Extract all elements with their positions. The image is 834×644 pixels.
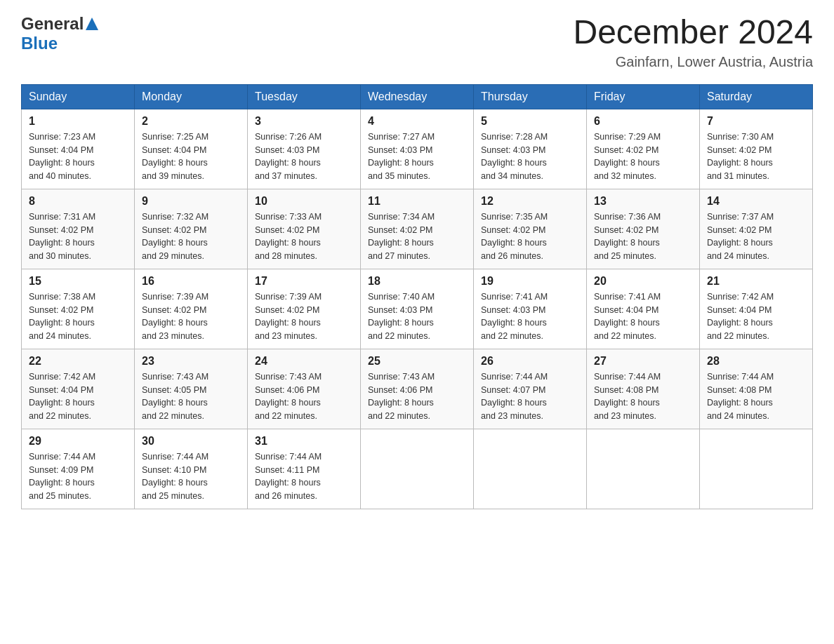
day-info: Sunrise: 7:41 AMSunset: 4:04 PMDaylight:… (594, 290, 692, 343)
day-number: 5 (481, 115, 579, 128)
day-number: 15 (29, 275, 127, 288)
day-number: 30 (142, 435, 240, 448)
table-row (700, 429, 813, 509)
col-monday: Monday (135, 84, 248, 109)
day-info: Sunrise: 7:38 AMSunset: 4:02 PMDaylight:… (29, 290, 127, 343)
day-number: 3 (255, 115, 353, 128)
table-row: 20Sunrise: 7:41 AMSunset: 4:04 PMDayligh… (587, 269, 700, 349)
day-number: 28 (707, 355, 805, 368)
day-number: 29 (29, 435, 127, 448)
day-info: Sunrise: 7:40 AMSunset: 4:03 PMDaylight:… (368, 290, 466, 343)
table-row: 31Sunrise: 7:44 AMSunset: 4:11 PMDayligh… (248, 429, 361, 509)
table-row: 23Sunrise: 7:43 AMSunset: 4:05 PMDayligh… (135, 349, 248, 429)
day-number: 25 (368, 355, 466, 368)
table-row: 5Sunrise: 7:28 AMSunset: 4:03 PMDaylight… (474, 109, 587, 189)
table-row: 30Sunrise: 7:44 AMSunset: 4:10 PMDayligh… (135, 429, 248, 509)
day-number: 13 (594, 195, 692, 208)
table-row: 13Sunrise: 7:36 AMSunset: 4:02 PMDayligh… (587, 189, 700, 269)
logo-triangle-icon (86, 18, 98, 30)
table-row: 26Sunrise: 7:44 AMSunset: 4:07 PMDayligh… (474, 349, 587, 429)
day-number: 7 (707, 115, 805, 128)
table-row: 6Sunrise: 7:29 AMSunset: 4:02 PMDaylight… (587, 109, 700, 189)
table-row: 11Sunrise: 7:34 AMSunset: 4:02 PMDayligh… (361, 189, 474, 269)
logo: General Blue (21, 14, 98, 53)
calendar-week-row: 15Sunrise: 7:38 AMSunset: 4:02 PMDayligh… (22, 269, 813, 349)
calendar-week-row: 22Sunrise: 7:42 AMSunset: 4:04 PMDayligh… (22, 349, 813, 429)
table-row: 4Sunrise: 7:27 AMSunset: 4:03 PMDaylight… (361, 109, 474, 189)
table-row: 2Sunrise: 7:25 AMSunset: 4:04 PMDaylight… (135, 109, 248, 189)
day-info: Sunrise: 7:29 AMSunset: 4:02 PMDaylight:… (594, 130, 692, 183)
day-number: 14 (707, 195, 805, 208)
table-row: 7Sunrise: 7:30 AMSunset: 4:02 PMDaylight… (700, 109, 813, 189)
day-info: Sunrise: 7:26 AMSunset: 4:03 PMDaylight:… (255, 130, 353, 183)
page-header: General Blue December 2024 Gainfarn, Low… (21, 14, 813, 70)
day-info: Sunrise: 7:42 AMSunset: 4:04 PMDaylight:… (29, 370, 127, 423)
day-info: Sunrise: 7:37 AMSunset: 4:02 PMDaylight:… (707, 210, 805, 263)
day-number: 26 (481, 355, 579, 368)
day-number: 12 (481, 195, 579, 208)
col-friday: Friday (587, 84, 700, 109)
day-info: Sunrise: 7:43 AMSunset: 4:06 PMDaylight:… (368, 370, 466, 423)
col-tuesday: Tuesday (248, 84, 361, 109)
day-info: Sunrise: 7:27 AMSunset: 4:03 PMDaylight:… (368, 130, 466, 183)
day-info: Sunrise: 7:30 AMSunset: 4:02 PMDaylight:… (707, 130, 805, 183)
month-title: December 2024 (573, 14, 813, 51)
day-number: 11 (368, 195, 466, 208)
table-row: 8Sunrise: 7:31 AMSunset: 4:02 PMDaylight… (22, 189, 135, 269)
day-info: Sunrise: 7:25 AMSunset: 4:04 PMDaylight:… (142, 130, 240, 183)
col-thursday: Thursday (474, 84, 587, 109)
day-info: Sunrise: 7:44 AMSunset: 4:10 PMDaylight:… (142, 450, 240, 503)
svg-marker-0 (86, 18, 98, 30)
day-info: Sunrise: 7:34 AMSunset: 4:02 PMDaylight:… (368, 210, 466, 263)
day-number: 24 (255, 355, 353, 368)
day-number: 16 (142, 275, 240, 288)
day-info: Sunrise: 7:35 AMSunset: 4:02 PMDaylight:… (481, 210, 579, 263)
title-block: December 2024 Gainfarn, Lower Austria, A… (573, 14, 813, 70)
calendar-header-row: Sunday Monday Tuesday Wednesday Thursday… (22, 84, 813, 109)
day-info: Sunrise: 7:44 AMSunset: 4:07 PMDaylight:… (481, 370, 579, 423)
day-info: Sunrise: 7:32 AMSunset: 4:02 PMDaylight:… (142, 210, 240, 263)
table-row: 28Sunrise: 7:44 AMSunset: 4:08 PMDayligh… (700, 349, 813, 429)
day-number: 1 (29, 115, 127, 128)
table-row: 1Sunrise: 7:23 AMSunset: 4:04 PMDaylight… (22, 109, 135, 189)
table-row: 27Sunrise: 7:44 AMSunset: 4:08 PMDayligh… (587, 349, 700, 429)
table-row: 29Sunrise: 7:44 AMSunset: 4:09 PMDayligh… (22, 429, 135, 509)
day-number: 18 (368, 275, 466, 288)
day-info: Sunrise: 7:44 AMSunset: 4:08 PMDaylight:… (707, 370, 805, 423)
day-number: 21 (707, 275, 805, 288)
day-number: 27 (594, 355, 692, 368)
col-sunday: Sunday (22, 84, 135, 109)
day-number: 19 (481, 275, 579, 288)
logo-general: General (21, 14, 84, 34)
table-row (587, 429, 700, 509)
location: Gainfarn, Lower Austria, Austria (573, 54, 813, 70)
day-number: 10 (255, 195, 353, 208)
day-info: Sunrise: 7:39 AMSunset: 4:02 PMDaylight:… (142, 290, 240, 343)
day-info: Sunrise: 7:44 AMSunset: 4:11 PMDaylight:… (255, 450, 353, 503)
table-row: 21Sunrise: 7:42 AMSunset: 4:04 PMDayligh… (700, 269, 813, 349)
day-number: 4 (368, 115, 466, 128)
day-number: 6 (594, 115, 692, 128)
table-row: 25Sunrise: 7:43 AMSunset: 4:06 PMDayligh… (361, 349, 474, 429)
table-row: 16Sunrise: 7:39 AMSunset: 4:02 PMDayligh… (135, 269, 248, 349)
day-number: 23 (142, 355, 240, 368)
table-row: 10Sunrise: 7:33 AMSunset: 4:02 PMDayligh… (248, 189, 361, 269)
day-info: Sunrise: 7:43 AMSunset: 4:05 PMDaylight:… (142, 370, 240, 423)
calendar-week-row: 29Sunrise: 7:44 AMSunset: 4:09 PMDayligh… (22, 429, 813, 509)
day-info: Sunrise: 7:33 AMSunset: 4:02 PMDaylight:… (255, 210, 353, 263)
calendar-table: Sunday Monday Tuesday Wednesday Thursday… (21, 84, 813, 509)
day-info: Sunrise: 7:44 AMSunset: 4:09 PMDaylight:… (29, 450, 127, 503)
day-info: Sunrise: 7:41 AMSunset: 4:03 PMDaylight:… (481, 290, 579, 343)
table-row: 19Sunrise: 7:41 AMSunset: 4:03 PMDayligh… (474, 269, 587, 349)
day-info: Sunrise: 7:42 AMSunset: 4:04 PMDaylight:… (707, 290, 805, 343)
day-number: 9 (142, 195, 240, 208)
table-row: 14Sunrise: 7:37 AMSunset: 4:02 PMDayligh… (700, 189, 813, 269)
day-info: Sunrise: 7:43 AMSunset: 4:06 PMDaylight:… (255, 370, 353, 423)
day-info: Sunrise: 7:31 AMSunset: 4:02 PMDaylight:… (29, 210, 127, 263)
col-saturday: Saturday (700, 84, 813, 109)
table-row: 15Sunrise: 7:38 AMSunset: 4:02 PMDayligh… (22, 269, 135, 349)
day-info: Sunrise: 7:44 AMSunset: 4:08 PMDaylight:… (594, 370, 692, 423)
day-info: Sunrise: 7:23 AMSunset: 4:04 PMDaylight:… (29, 130, 127, 183)
table-row (474, 429, 587, 509)
table-row: 12Sunrise: 7:35 AMSunset: 4:02 PMDayligh… (474, 189, 587, 269)
